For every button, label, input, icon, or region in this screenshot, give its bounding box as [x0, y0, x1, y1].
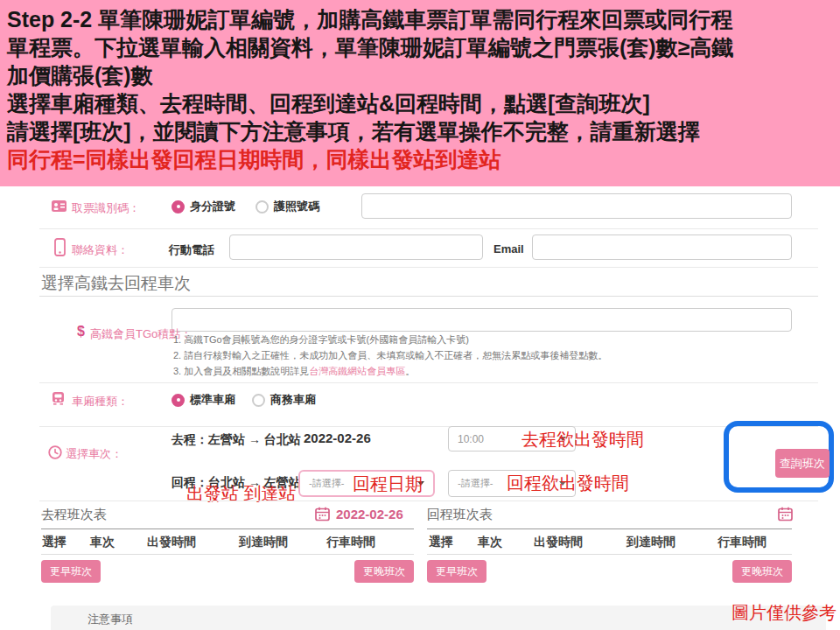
- calendar-icon[interactable]: [315, 507, 330, 522]
- divider: [39, 296, 818, 297]
- notice-box: [51, 606, 826, 630]
- chevron-down-icon: [559, 481, 566, 486]
- outbound-date-text: 2022-02-26: [304, 430, 371, 445]
- return-col-duration: 行車時間: [718, 535, 766, 550]
- outbound-col-duration: 行車時間: [326, 535, 375, 550]
- radio-business-car-label: 商務車廂: [270, 392, 316, 408]
- return-earlier-trains-button[interactable]: 更早班次: [427, 560, 486, 583]
- select-train-label: 選擇車次：: [66, 446, 122, 462]
- banner-line: 請選擇[班次]，並閱讀下方注意事項，若有選單操作不完整，請重新選擇: [7, 117, 840, 145]
- outbound-later-trains-button[interactable]: 更晚班次: [354, 560, 414, 583]
- divider: [39, 500, 818, 501]
- page: Step 2-2 單筆陳珊妮訂單編號，加購高鐵車票訂單需同行程來回票或同行程 單…: [0, 0, 840, 630]
- radio-selected-icon: [172, 394, 185, 407]
- banner-line: Step 2-2 單筆陳珊妮訂單編號，加購高鐵車票訂單需同行程來回票或同行程: [7, 5, 840, 33]
- table-border: [41, 528, 414, 529]
- banner-line: 單程票。下拉選單輸入相關資料，單筆陳珊妮訂單編號之門票張(套)數≥高鐵: [7, 33, 840, 61]
- outbound-table-date: 2022-02-26: [336, 507, 403, 522]
- outbound-col-arrival: 到達時間: [239, 535, 288, 550]
- chevron-down-icon: [559, 437, 566, 441]
- banner-line: 加價購張(套)數: [7, 61, 840, 89]
- return-col-departure: 出發時間: [534, 535, 583, 550]
- pickup-id-input[interactable]: [361, 193, 792, 219]
- mobile-phone-icon: [54, 238, 66, 256]
- email-input[interactable]: [532, 234, 792, 260]
- tgo-note-1: 1. 高鐵TGo會員帳號為您的身分證字號或卡號(外國籍會員請輸入卡號): [173, 333, 469, 346]
- calendar-icon[interactable]: [778, 507, 793, 522]
- train-icon: [51, 391, 66, 406]
- outbound-time-select[interactable]: 10:00: [448, 426, 576, 452]
- radio-option-standard-car[interactable]: 標準車廂: [172, 392, 235, 408]
- return-date-placeholder: -請選擇-: [309, 477, 344, 490]
- divider: [39, 267, 818, 268]
- table-border: [427, 554, 792, 555]
- mobile-phone-input[interactable]: [229, 234, 483, 260]
- radio-id-number-label: 身分證號: [190, 199, 235, 214]
- outbound-time-value: 10:00: [458, 433, 484, 445]
- table-border: [427, 528, 792, 529]
- radio-option-business-car[interactable]: 商務車廂: [252, 392, 316, 408]
- outbound-table-title: 去程班次表: [41, 507, 107, 523]
- search-trains-button[interactable]: 查詢班次: [775, 449, 830, 478]
- tgo-note-3-period: 。: [405, 366, 415, 376]
- instruction-banner: Step 2-2 單筆陳珊妮訂單編號，加購高鐵車票訂單需同行程來回票或同行程 單…: [0, 0, 840, 186]
- section-title-select-trains: 選擇高鐵去回程車次: [41, 272, 191, 295]
- tgo-member-input[interactable]: [172, 308, 792, 332]
- tgo-note-2: 2. 請自行核對輸入之正確性，未成功加入會員、未填寫或輸入不正確者，恕無法累點或…: [173, 349, 607, 362]
- return-col-arrival: 到達時間: [626, 535, 676, 550]
- return-date-select[interactable]: -請選擇-: [298, 470, 435, 497]
- car-class-label: 車廂種類：: [72, 394, 129, 410]
- divider: [39, 426, 818, 427]
- tgo-member-area-link[interactable]: 台灣高鐵網站會員專區: [309, 366, 405, 376]
- divider: [39, 382, 818, 383]
- return-later-trains-button[interactable]: 更晚班次: [732, 560, 792, 583]
- radio-option-passport[interactable]: 護照號碼: [256, 199, 319, 214]
- contact-label: 聯絡資料：: [72, 242, 129, 258]
- chevron-down-icon: [417, 481, 424, 486]
- radio-passport-label: 護照號碼: [274, 199, 319, 214]
- outbound-col-select: 選擇: [42, 535, 66, 550]
- return-table-title: 回程班次表: [427, 507, 493, 523]
- email-label: Email: [494, 242, 524, 256]
- banner-line-same-trip-note: 同行程=同樣出發回程日期時間，同樣出發站到達站: [7, 145, 840, 173]
- outbound-route-label: 去程：左營站 → 台北站: [172, 432, 301, 448]
- divider: [39, 228, 818, 229]
- banner-line: 選擇車廂種類、去程時間、回程到達站&回程時間，點選[查詢班次]: [7, 89, 840, 117]
- tgo-note-3: 3. 加入會員及相關點數說明詳見台灣高鐵網站會員專區。: [173, 365, 415, 378]
- outbound-col-departure: 出發時間: [147, 535, 196, 550]
- return-time-select[interactable]: -請選擇-: [448, 470, 576, 497]
- mobile-phone-label: 行動電話: [169, 242, 214, 258]
- return-col-train: 車次: [478, 535, 502, 550]
- outbound-col-train: 車次: [90, 535, 115, 550]
- radio-unselected-icon: [256, 200, 269, 214]
- radio-option-id-number[interactable]: 身分證號: [172, 199, 235, 214]
- radio-unselected-icon: [252, 394, 265, 407]
- dollar-icon: $: [77, 324, 85, 340]
- radio-standard-car-label: 標準車廂: [190, 392, 235, 408]
- return-col-select: 選擇: [429, 535, 453, 550]
- table-border: [41, 554, 414, 555]
- radio-selected-icon: [172, 200, 185, 214]
- id-card-icon: [51, 200, 67, 213]
- clock-icon: [48, 445, 62, 459]
- outbound-earlier-trains-button[interactable]: 更早班次: [41, 560, 101, 583]
- pickup-id-label: 取票識別碼：: [72, 200, 140, 216]
- notice-title: 注意事項: [88, 612, 133, 627]
- return-route-label: 回程：台北站 → 左營站: [172, 475, 301, 491]
- tgo-note-3-text: 3. 加入會員及相關點數說明詳見: [173, 366, 309, 376]
- return-time-placeholder: -請選擇-: [458, 477, 493, 490]
